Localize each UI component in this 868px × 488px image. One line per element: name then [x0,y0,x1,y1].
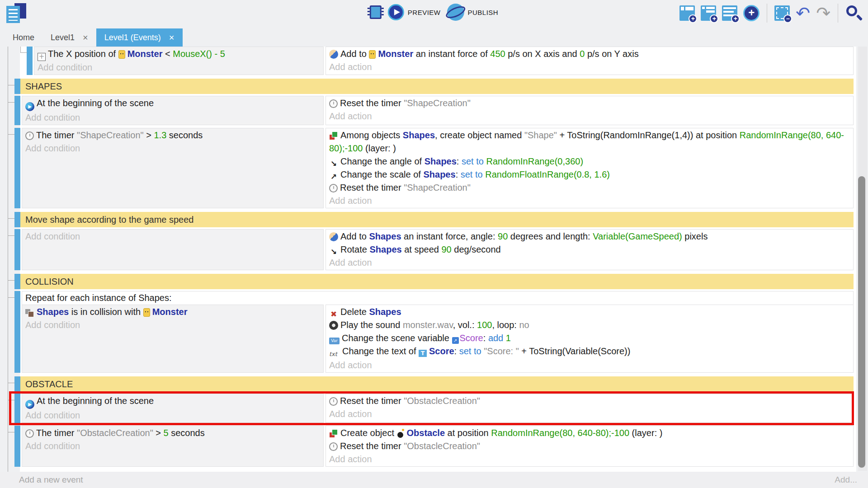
add-condition[interactable]: Add condition [25,409,320,422]
event-row[interactable]: At the beginning of the sceneAdd conditi… [22,394,854,423]
event-columns: Add conditionAdd to Shapes an instant fo… [22,229,854,270]
actions-cell[interactable]: Add to Monster an instant force of 450 p… [326,47,854,75]
conditions-cell[interactable]: Shapes is in collision with MonsterAdd c… [22,305,324,373]
condition-line: The X position of Monster < MouseX() - 5 [38,47,320,61]
event-columns: The timer "ObstacleCreation" > 5 seconds… [22,426,854,467]
close-icon[interactable]: × [83,33,88,42]
add-action[interactable]: Add action [329,359,849,372]
add-condition[interactable]: Add condition [38,61,320,74]
event-row[interactable]: The timer "ObstacleCreation" > 5 seconds… [22,426,854,467]
conditions-cell[interactable]: The X position of Monster < MouseX() - 5… [34,47,324,75]
add-subevent-button[interactable]: + [701,5,716,21]
add-action[interactable]: Add action [329,256,849,269]
text-run: (layer: ) [629,428,662,438]
redo-icon[interactable]: ↷ [816,5,830,21]
actions-cell[interactable]: Among objects Shapes, create object name… [326,128,854,208]
text-run: The X position of [48,49,118,59]
force-icon [329,50,338,59]
action-line: Change the scene variable Score: add 1 [329,332,849,345]
actions-cell[interactable]: Delete ShapesPlay the sound monster.wav,… [326,305,854,373]
add-action[interactable]: Add action [329,453,849,466]
toolbar-divider [767,4,767,23]
text-run: + ToString(RandomInRange(1,4)) at positi… [557,130,740,140]
actions-cell[interactable]: Reset the timer "ShapeCreation"Add actio… [326,96,854,125]
conditions-cell[interactable]: At the beginning of the sceneAdd conditi… [22,96,324,125]
tab-level1[interactable]: Level1 × [42,28,96,47]
conditions-cell[interactable]: Add condition [22,229,324,270]
event-row[interactable]: Add conditionAdd to Shapes an instant fo… [22,229,854,270]
timer-icon [25,131,34,140]
tab-home[interactable]: Home [5,28,42,47]
add-action[interactable]: Add action [329,408,849,421]
actions-cell[interactable]: Create object Obstacle at position Rando… [326,426,854,467]
actions-cell[interactable]: Add to Shapes an instant force, angle: 9… [326,229,854,270]
text-run: Delete [340,307,369,317]
action-line: Add to Shapes an instant force, angle: 9… [329,230,849,243]
event-row[interactable]: At the beginning of the sceneAdd conditi… [22,96,854,125]
text-run: degrees and length: [508,231,593,241]
actions-cell[interactable]: Reset the timer "ObstacleCreation"Add ac… [326,394,854,423]
event-bar [14,274,20,289]
text-run: set to [462,156,486,166]
add-condition[interactable]: Add condition [25,142,320,155]
publish-button[interactable]: PUBLISH [447,4,498,21]
conditions-cell[interactable]: At the beginning of the sceneAdd conditi… [22,394,324,423]
play-icon [388,4,404,20]
undo-icon[interactable]: ↶ [796,5,810,21]
text-run: RandomInRange(0,360) [486,156,583,166]
text-run: Play the sound [340,320,403,330]
text-run: , create object named [435,130,524,140]
add-condition[interactable]: Add condition [25,319,320,332]
group-header[interactable]: OBSTACLE [20,376,854,392]
text-run: Among objects [340,130,403,140]
action-line: Play the sound monster.wav, vol.: 100, l… [329,319,849,332]
debugger-icon[interactable] [370,5,382,19]
text-run: The timer [36,428,77,438]
text-run: Shapes [369,307,401,317]
text-run: The timer [36,130,77,140]
event-row[interactable]: The X position of Monster < MouseX() - 5… [34,47,854,75]
add-condition[interactable]: Add condition [25,111,320,124]
event-row[interactable]: The timer "ShapeCreation" > 1.3 secondsA… [22,128,854,208]
text-run: an instant force of [413,49,490,59]
remove-selection-button[interactable]: – [774,5,790,21]
variable-icon [329,338,340,344]
close-icon[interactable]: × [169,33,175,42]
add-comment-button[interactable]: + [722,5,737,21]
conditions-cell[interactable]: The timer "ObstacleCreation" > 5 seconds… [22,426,324,467]
event-bar [14,426,20,467]
text-run: 90 [441,244,451,254]
tree-line [20,52,27,53]
group-header[interactable]: COLLISION [20,274,854,289]
event-columns: Shapes is in collision with MonsterAdd c… [22,305,854,373]
add-event-button[interactable]: + [679,5,695,21]
event-row[interactable]: Repeat for each instance of Shapes:Shape… [22,291,854,373]
group-header[interactable]: SHAPES [20,79,854,94]
create-icon [329,131,338,140]
add-more-button[interactable]: Add... [835,475,857,485]
search-icon[interactable] [845,5,863,22]
toolbar-divider [838,4,838,23]
play-icon [25,400,34,409]
add-action[interactable]: Add action [329,194,849,207]
scrollbar-thumb[interactable] [858,176,865,468]
tab-label: Home [13,33,34,42]
text-run: 1.3 [154,130,166,140]
preview-button[interactable]: PREVIEW [388,4,441,20]
add-new-event-button[interactable]: Add a new event [19,475,83,485]
app-logo-icon[interactable] [6,3,27,23]
add-condition[interactable]: Add condition [25,440,320,453]
add-condition[interactable]: Add condition [25,230,320,243]
scrollbar-track[interactable] [858,47,867,471]
tab-level1-events[interactable]: Level1 (Events) × [96,28,183,47]
text-run: : [456,169,461,179]
publish-label: PUBLISH [467,9,498,16]
add-other-event-button[interactable]: + [743,5,760,21]
add-action[interactable]: Add action [329,110,849,123]
group-header[interactable]: Move shape according to the game speed [20,212,854,227]
text-run: no [519,320,529,330]
group-header-label: COLLISION [25,277,74,286]
conditions-cell[interactable]: The timer "ShapeCreation" > 1.3 secondsA… [22,128,324,208]
add-action[interactable]: Add action [329,61,849,74]
condition-line: Shapes is in collision with Monster [25,305,320,319]
